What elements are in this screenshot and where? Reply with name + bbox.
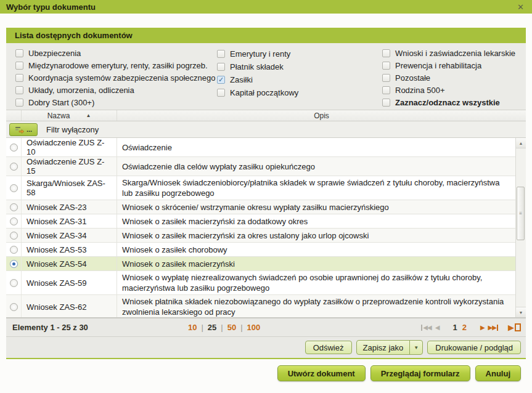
row-desc: Wniosek o wypłatę niezrealizowanych świa… (117, 271, 515, 294)
table-row[interactable]: Oświadczenie ZUS Z-15 Oświadczenie dla c… (6, 157, 515, 176)
row-radio[interactable] (6, 271, 22, 294)
row-radio[interactable] (6, 157, 22, 176)
checkbox-icon: ✓ (382, 49, 390, 57)
available-documents-panel: Lista dostępnych dokumentów ✓ Ubezpiecze… (6, 28, 526, 359)
prev-page-icon[interactable]: ◀ (435, 325, 440, 331)
row-name: Wniosek ZAS-34 (22, 229, 117, 242)
checkbox-rodzina-500[interactable]: ✓ Rodzina 500+ (382, 85, 526, 95)
row-radio[interactable] (6, 214, 22, 228)
checkbox-dobry-start[interactable]: ✓ Dobry Start (300+) (15, 97, 217, 107)
row-name: Wniosek ZAS-31 (22, 214, 117, 228)
save-as-button[interactable]: Zapisz jako ▼ (356, 340, 424, 355)
row-name: Oświadczenie ZUS Z-15 (22, 157, 117, 176)
checkbox-emerytury-i-renty[interactable]: ✓ Emerytury i renty (217, 49, 382, 59)
save-as-dropdown-icon[interactable]: ▼ (409, 341, 422, 354)
row-desc: Wniosek o zasiłek chorobowy (117, 243, 515, 256)
checkbox-icon: ✓ (217, 63, 225, 71)
table-row[interactable]: Wniosek ZAS-34 Wniosek o zasiłek macierz… (6, 229, 515, 243)
radio-icon (10, 246, 18, 254)
row-desc: Oświadczenie dla celów wypłaty zasiłku o… (117, 157, 515, 176)
checkbox-platnik-skladek[interactable]: ✓ Płatnik składek (217, 62, 382, 72)
last-page-icon[interactable]: ▶▶ (488, 325, 498, 331)
checkbox-pozostale[interactable]: ✓ Pozostałe (382, 73, 526, 83)
checkbox-icon: ✓ (15, 74, 23, 82)
goto-page-icon[interactable]: ▶ (508, 323, 521, 332)
row-name: Oświadczenie ZUS Z-10 (22, 138, 117, 156)
table-row[interactable]: Wniosek ZAS-31 Wniosek o zasiłek macierz… (6, 214, 515, 229)
filter-icon (15, 126, 25, 134)
table-row[interactable]: Oświadczenie ZUS Z-10 Oświadczenie (6, 138, 515, 157)
table-row[interactable]: Wniosek ZAS-54 Wniosek o zasiłek macierz… (6, 257, 515, 271)
table-scrollbar[interactable]: ▲ ≡ ▼ (515, 138, 526, 317)
row-radio[interactable] (6, 200, 22, 214)
radio-icon (10, 303, 18, 311)
filter-column-2: ✓ Emerytury i renty ✓ Płatnik składek ✓ … (217, 49, 382, 110)
row-desc: Wniosek o zasiłek macierzyński (117, 257, 515, 270)
document-type-dialog: Wybór typu dokumentu ✕ Lista dostępnych … (0, 0, 532, 393)
checkbox-icon: ✓ (382, 74, 390, 82)
close-icon[interactable]: ✕ (515, 3, 526, 11)
row-radio[interactable] (6, 229, 22, 242)
table-filter-row: ... Filtr wyłączony (6, 121, 526, 138)
table-row[interactable]: Wniosek ZAS-62 Wniosek płatnika składek … (6, 295, 515, 318)
row-name: Wniosek ZAS-59 (22, 271, 117, 294)
create-document-button[interactable]: Utwórz dokument (277, 365, 366, 381)
row-radio[interactable] (6, 176, 22, 200)
checkbox-kapital-poczatkowy[interactable]: ✓ Kapitał początkowy (217, 87, 382, 98)
scroll-down-icon[interactable]: ▼ (516, 307, 526, 317)
checkbox-icon: ✓ (382, 86, 390, 94)
checkbox-icon: ✓ (382, 62, 390, 70)
column-header-nazwa[interactable]: Nazwa ▲ (22, 110, 117, 121)
page-number-2[interactable]: 2 (462, 323, 467, 332)
checkbox-icon: ✓ (217, 76, 225, 84)
filter-column-3: ✓ Wnioski i zaświadczenia lekarskie ✓ Pr… (382, 49, 526, 110)
preview-form-button[interactable]: Przeglądaj formularz (370, 365, 470, 381)
checkbox-koordynacja-systemow[interactable]: ✓ Koordynacja systemów zabezpieczenia sp… (15, 73, 217, 83)
page-size-50[interactable]: 50 (227, 323, 236, 332)
row-radio[interactable] (6, 138, 22, 156)
checkbox-icon: ✓ (15, 86, 23, 94)
dialog-actions: Utwórz dokument Przeglądaj formularz Anu… (0, 365, 521, 381)
scroll-grip-icon: ≡ (519, 211, 522, 216)
table-row[interactable]: Wniosek ZAS-23 Wniosek o skrócenie/ wstr… (6, 200, 515, 214)
checkbox-uklady-umorzenia[interactable]: ✓ Układy, umorzenia, odliczenia (15, 85, 217, 95)
table-rows: Oświadczenie ZUS Z-10 Oświadczenie Oświa… (6, 138, 515, 318)
checkbox-icon: ✓ (382, 99, 390, 107)
checkbox-zasilki[interactable]: ✓ Zasiłki (217, 75, 382, 85)
table-row[interactable]: Wniosek ZAS-59 Wniosek o wypłatę niezrea… (6, 271, 515, 295)
page-size-10[interactable]: 10 (188, 323, 197, 332)
page-size-100[interactable]: 100 (247, 323, 261, 332)
print-preview-button[interactable]: Drukowanie / podgląd (427, 341, 521, 354)
row-radio[interactable] (6, 257, 22, 270)
row-radio[interactable] (6, 243, 22, 256)
table-row[interactable]: Wniosek ZAS-53 Wniosek o zasiłek chorobo… (6, 243, 515, 257)
filter-settings-button[interactable]: ... (9, 123, 38, 136)
checkbox-prewencja[interactable]: ✓ Prewencja i rehabilitacja (382, 61, 526, 71)
refresh-button[interactable]: Odśwież (305, 341, 352, 354)
checkbox-miedzynarodowe-emerytury[interactable]: ✓ Międzynarodowe emerytury, renty, zasił… (15, 61, 217, 71)
table-header: Nazwa ▲ Opis (6, 110, 526, 121)
row-radio[interactable] (6, 295, 22, 318)
first-page-icon[interactable]: ◀◀ (421, 325, 431, 331)
checkbox-wnioski-lekarskie[interactable]: ✓ Wnioski i zaświadczenia lekarskie (382, 49, 526, 59)
radio-column-header (6, 110, 22, 121)
page-size-25[interactable]: 25 (208, 323, 216, 332)
column-header-opis[interactable]: Opis (117, 110, 526, 121)
scroll-thumb[interactable]: ≡ (517, 187, 525, 240)
radio-icon (10, 217, 18, 225)
scroll-up-icon[interactable]: ▲ (516, 138, 526, 148)
filter-status-label: Filtr wyłączony (46, 125, 99, 134)
dialog-titlebar: Wybór typu dokumentu ✕ (0, 0, 532, 14)
radio-icon (10, 184, 18, 192)
checkbox-zaznacz-odznacz-wszystkie[interactable]: ✓ Zaznacz/odznacz wszystkie (382, 97, 526, 107)
radio-icon (10, 232, 18, 240)
checkbox-icon: ✓ (15, 62, 23, 70)
page-size-selector: 10 | 25 | 50 | 100 (188, 323, 260, 332)
page-navigation: ◀◀ ◀ 1 2 ▶ ▶▶ ▶ (421, 323, 521, 332)
page-numbers: 1 2 (452, 323, 466, 332)
page-number-1[interactable]: 1 (452, 323, 457, 332)
checkbox-ubezpieczenia[interactable]: ✓ Ubezpieczenia (15, 49, 217, 59)
cancel-button[interactable]: Anuluj (475, 365, 521, 381)
next-page-icon[interactable]: ▶ (480, 325, 485, 331)
table-row[interactable]: Skarga/Wniosek ZAS-58 Skarga/Wniosek świ… (6, 176, 515, 200)
